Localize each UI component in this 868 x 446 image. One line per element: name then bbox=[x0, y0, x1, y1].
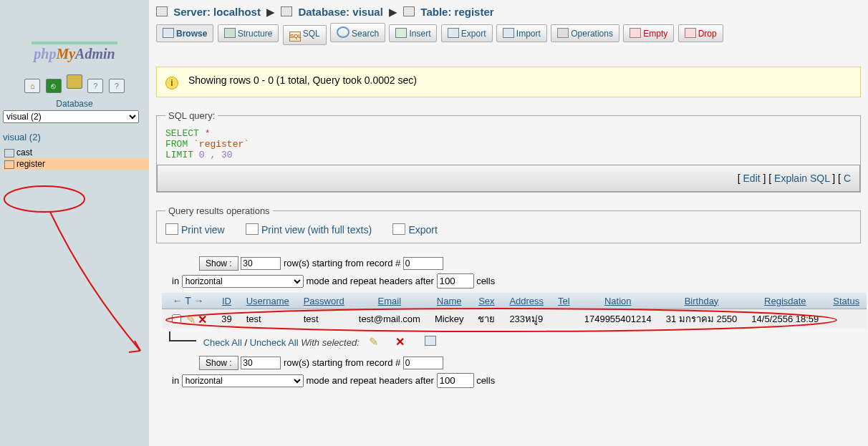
docs-icon[interactable]: ? bbox=[87, 79, 103, 93]
col-password[interactable]: Password bbox=[296, 293, 352, 309]
row-checkbox[interactable] bbox=[172, 314, 181, 324]
print-view-link[interactable]: Print view bbox=[181, 224, 225, 236]
mode-line-bottom: in horizontal mode and repeat headers af… bbox=[172, 373, 868, 388]
query-window-icon[interactable]: ? bbox=[109, 79, 125, 93]
crumb-server[interactable]: localhost bbox=[213, 6, 261, 18]
sql-c-link[interactable]: C bbox=[844, 173, 851, 184]
sql-query-actions: [ Edit ] [ Explain SQL ] [ C bbox=[157, 165, 860, 192]
rows-start-input[interactable] bbox=[403, 257, 443, 270]
check-all-link[interactable]: Check All bbox=[203, 337, 242, 348]
sidebar: phpMyAdmin ⌂ ⎋ ? ? Database visual (2) v… bbox=[0, 0, 149, 446]
col-regisdate[interactable]: Regisdate bbox=[744, 293, 826, 309]
tab-bar: Browse Structure SQLSQL Search Insert Ex… bbox=[149, 23, 868, 45]
operations-icon bbox=[557, 28, 569, 38]
tab-sql[interactable]: SQLSQL bbox=[283, 25, 327, 45]
mode-mid-label: mode and repeat headers after bbox=[306, 375, 434, 386]
qops-legend: Query results operations bbox=[165, 205, 273, 216]
tab-empty[interactable]: Empty bbox=[623, 24, 674, 42]
table-icon bbox=[4, 160, 14, 169]
cell-password: test bbox=[296, 309, 352, 329]
tab-import[interactable]: Import bbox=[496, 24, 547, 42]
sql-query-box: SQL query: SELECT * FROM `register` LIMI… bbox=[156, 110, 861, 193]
rows-count-input[interactable] bbox=[241, 357, 281, 369]
sidebar-db-label: Database bbox=[0, 99, 149, 109]
sql-query-legend: SQL query: bbox=[165, 110, 218, 121]
cell-regisdate: 14/5/2556 18:59 bbox=[744, 309, 826, 329]
logo-text-my: My bbox=[56, 46, 75, 62]
sql-explain-link[interactable]: Explain SQL bbox=[774, 173, 829, 184]
with-selected-export-icon[interactable] bbox=[425, 336, 436, 346]
exit-icon[interactable]: ⎋ bbox=[46, 79, 62, 93]
insert-icon bbox=[395, 28, 407, 38]
col-sex[interactable]: Sex bbox=[471, 293, 502, 309]
mode-line-top: in horizontal mode and repeat headers af… bbox=[172, 273, 868, 289]
with-selected-edit-icon[interactable]: ✎ bbox=[362, 336, 385, 348]
mode-mid-label: mode and repeat headers after bbox=[306, 276, 434, 286]
database-select[interactable]: visual (2) bbox=[3, 110, 139, 123]
print-view-full-link[interactable]: Print view (with full texts) bbox=[261, 224, 372, 236]
sidebar-table-register[interactable]: register bbox=[4, 158, 149, 170]
with-selected-label: With selected: bbox=[301, 337, 360, 348]
headers-repeat-input[interactable] bbox=[437, 273, 474, 289]
rows-mid-label: row(s) starting from record # bbox=[284, 258, 400, 268]
logo-text-php: php bbox=[34, 46, 56, 62]
results-header-row: ← T → ID Username Password Email Name Se… bbox=[162, 293, 867, 309]
crumb-db-label: Database: bbox=[298, 6, 349, 18]
col-id[interactable]: ID bbox=[214, 293, 238, 309]
result-notice: i Showing rows 0 - 0 (1 total, Query too… bbox=[156, 67, 861, 97]
sql-icon: SQL bbox=[289, 31, 301, 42]
col-username[interactable]: Username bbox=[239, 293, 296, 309]
rows-start-input[interactable] bbox=[403, 357, 443, 369]
query-results-operations: Query results operations Print view Prin… bbox=[156, 205, 861, 243]
server-icon bbox=[156, 6, 168, 16]
col-name[interactable]: Name bbox=[428, 293, 471, 309]
info-icon: i bbox=[165, 77, 178, 89]
tab-structure[interactable]: Structure bbox=[218, 24, 279, 42]
col-tel[interactable]: Tel bbox=[551, 293, 577, 309]
database-icon bbox=[281, 6, 292, 16]
col-birthday[interactable]: Birthday bbox=[659, 293, 745, 309]
tab-drop[interactable]: Drop bbox=[678, 24, 723, 42]
col-email[interactable]: Email bbox=[352, 293, 428, 309]
col-status[interactable]: Status bbox=[826, 293, 867, 309]
sql-edit-link[interactable]: Edit bbox=[743, 173, 761, 184]
tab-export[interactable]: Export bbox=[441, 24, 493, 42]
tab-search[interactable]: Search bbox=[330, 23, 385, 42]
sidebar-icon-row: ⌂ ⎋ ? ? bbox=[0, 74, 149, 93]
in-label: in bbox=[172, 375, 179, 386]
import-icon bbox=[503, 28, 514, 38]
uncheck-all-link[interactable]: Uncheck All bbox=[250, 337, 299, 348]
bent-arrow-icon bbox=[169, 331, 196, 341]
tab-operations[interactable]: Operations bbox=[551, 24, 619, 42]
tab-browse[interactable]: Browse bbox=[156, 24, 213, 42]
tab-insert[interactable]: Insert bbox=[389, 24, 437, 42]
crumb-table[interactable]: register bbox=[455, 6, 494, 18]
sidebar-table-list: cast register bbox=[4, 147, 149, 170]
sidebar-table-cast[interactable]: cast bbox=[4, 147, 149, 158]
sidebar-db-link[interactable]: visual (2) bbox=[0, 129, 149, 145]
cell-id: 39 bbox=[214, 309, 238, 329]
delete-icon[interactable]: ✕ bbox=[198, 314, 207, 326]
qops-export-link[interactable]: Export bbox=[408, 224, 437, 236]
show-button[interactable] bbox=[199, 356, 238, 370]
col-nation[interactable]: Nation bbox=[577, 293, 659, 309]
crumb-db[interactable]: visual bbox=[352, 6, 383, 18]
home-icon[interactable]: ⌂ bbox=[24, 79, 40, 93]
display-mode-select[interactable]: horizontal bbox=[182, 374, 304, 387]
show-rows-line-bottom: row(s) starting from record # bbox=[199, 356, 868, 370]
sql-window-icon[interactable] bbox=[67, 74, 82, 89]
drop-icon bbox=[685, 28, 696, 38]
show-button[interactable] bbox=[199, 256, 238, 271]
headers-repeat-input[interactable] bbox=[437, 373, 474, 388]
rows-mid-label: row(s) starting from record # bbox=[284, 357, 400, 368]
logo-boat-icon bbox=[32, 7, 117, 44]
cell-status bbox=[826, 309, 867, 329]
edit-icon[interactable]: ✎ bbox=[186, 314, 196, 326]
col-toggle[interactable]: ← T → bbox=[162, 293, 214, 309]
display-mode-select[interactable]: horizontal bbox=[182, 275, 304, 288]
rows-count-input[interactable] bbox=[241, 257, 281, 270]
with-selected-delete-icon[interactable]: ✕ bbox=[388, 336, 412, 348]
table-icon bbox=[4, 149, 14, 157]
col-address[interactable]: Address bbox=[502, 293, 551, 309]
print-icon bbox=[165, 223, 178, 235]
